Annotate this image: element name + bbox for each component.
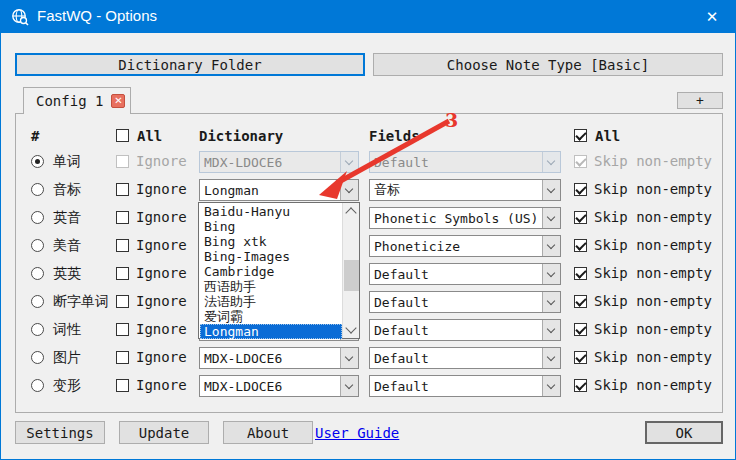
skip-checkbox[interactable] bbox=[574, 183, 587, 196]
chevron-down-icon bbox=[547, 213, 555, 221]
dropdown-item[interactable]: Baidu-Hanyu bbox=[200, 204, 342, 219]
fields-combobox[interactable]: Phoneticize bbox=[369, 235, 561, 257]
add-config-label: + bbox=[696, 93, 704, 108]
skip-label: Skip non-empty bbox=[594, 349, 712, 365]
dropdown-arrow-icon[interactable] bbox=[542, 376, 560, 396]
row-radio[interactable] bbox=[31, 351, 44, 364]
dictionary-combobox[interactable]: MDX-LDOCE6 bbox=[199, 347, 359, 369]
window-close-button[interactable]: ✕ bbox=[689, 1, 735, 33]
all-skip-checkbox[interactable] bbox=[574, 129, 587, 142]
row-radio[interactable] bbox=[31, 379, 44, 392]
dictionary-combobox-value: MDX-LDOCE6 bbox=[200, 351, 340, 366]
fields-combobox[interactable]: Default bbox=[369, 347, 561, 369]
dropdown-arrow-icon[interactable] bbox=[542, 348, 560, 368]
dropdown-item[interactable]: Longman bbox=[200, 324, 342, 339]
fields-combobox[interactable]: Default bbox=[369, 319, 561, 341]
ignore-checkbox[interactable] bbox=[116, 211, 129, 224]
row-radio[interactable] bbox=[31, 155, 44, 168]
update-button[interactable]: Update bbox=[119, 421, 209, 444]
fields-combobox-value: Default bbox=[370, 267, 542, 282]
about-label: About bbox=[247, 425, 289, 441]
chevron-down-icon bbox=[547, 185, 555, 193]
row-label: 美音 bbox=[53, 237, 81, 255]
dictionary-combobox[interactable]: MDX-LDOCE6 bbox=[199, 375, 359, 397]
ok-button[interactable]: OK bbox=[645, 421, 723, 444]
skip-checkbox[interactable] bbox=[574, 267, 587, 280]
dropdown-item[interactable]: Bing bbox=[200, 219, 342, 234]
add-config-button[interactable]: + bbox=[677, 92, 723, 109]
dropdown-item[interactable]: 法语助手 bbox=[200, 294, 342, 309]
window-title: FastWQ - Options bbox=[37, 7, 157, 24]
dropdown-item[interactable]: Cambridge bbox=[200, 264, 342, 279]
fields-combobox[interactable]: Phonetic Symbols (US) bbox=[369, 207, 561, 229]
about-button[interactable]: About bbox=[223, 421, 313, 444]
skip-checkbox[interactable] bbox=[574, 155, 587, 168]
skip-checkbox[interactable] bbox=[574, 379, 587, 392]
dropdown-arrow-icon[interactable] bbox=[542, 208, 560, 228]
dropdown-arrow-icon[interactable] bbox=[542, 236, 560, 256]
skip-checkbox[interactable] bbox=[574, 211, 587, 224]
row-label: 英英 bbox=[53, 265, 81, 283]
settings-label: Settings bbox=[26, 425, 93, 441]
tab-label: Config 1 bbox=[36, 93, 103, 109]
dropdown-item[interactable]: Bing-Images bbox=[200, 249, 342, 264]
dropdown-scrollbar[interactable] bbox=[342, 203, 359, 338]
choose-note-type-button[interactable]: Choose Note Type [Basic] bbox=[373, 53, 723, 76]
tab-config-1[interactable]: Config 1 ✕ bbox=[23, 87, 131, 114]
row-label: 英音 bbox=[53, 209, 81, 227]
ignore-label: Ignore bbox=[136, 293, 187, 309]
fields-combobox[interactable]: Default bbox=[369, 263, 561, 285]
dictionary-dropdown-list: Baidu-HanyuBingBing xtkBing-ImagesCambri… bbox=[198, 202, 360, 339]
header-hash: # bbox=[31, 128, 39, 144]
skip-checkbox[interactable] bbox=[574, 295, 587, 308]
fields-combobox-value: Default bbox=[370, 351, 542, 366]
user-guide-link[interactable]: User Guide bbox=[315, 425, 399, 441]
skip-checkbox[interactable] bbox=[574, 323, 587, 336]
dropdown-arrow-icon[interactable] bbox=[340, 376, 358, 396]
fastwq-options-dialog: FastWQ - Options ✕ Dictionary Folder Cho… bbox=[0, 0, 736, 460]
dropdown-arrow-icon[interactable] bbox=[542, 320, 560, 340]
skip-label: Skip non-empty bbox=[594, 321, 712, 337]
skip-label: Skip non-empty bbox=[594, 265, 712, 281]
row-radio[interactable] bbox=[31, 295, 44, 308]
dictionary-folder-button[interactable]: Dictionary Folder bbox=[15, 53, 365, 76]
row-label: 断字单词 bbox=[53, 293, 109, 311]
row-radio[interactable] bbox=[31, 323, 44, 336]
ignore-checkbox[interactable] bbox=[116, 351, 129, 364]
fields-combobox[interactable]: Default bbox=[369, 291, 561, 313]
title-bar[interactable]: FastWQ - Options ✕ bbox=[1, 1, 735, 33]
chevron-down-icon bbox=[547, 381, 555, 389]
ignore-checkbox[interactable] bbox=[116, 323, 129, 336]
all-ignore-checkbox[interactable] bbox=[116, 129, 129, 142]
skip-checkbox[interactable] bbox=[574, 351, 587, 364]
ignore-checkbox[interactable] bbox=[116, 239, 129, 252]
fields-combobox[interactable]: Default bbox=[369, 375, 561, 397]
fields-combobox-value: Default bbox=[370, 379, 542, 394]
ignore-checkbox[interactable] bbox=[116, 295, 129, 308]
dropdown-arrow-icon[interactable] bbox=[542, 180, 560, 200]
ignore-checkbox[interactable] bbox=[116, 379, 129, 392]
chevron-down-icon bbox=[547, 325, 555, 333]
skip-label: Skip non-empty bbox=[594, 293, 712, 309]
row-radio[interactable] bbox=[31, 239, 44, 252]
scroll-thumb[interactable] bbox=[344, 260, 359, 291]
settings-button[interactable]: Settings bbox=[15, 421, 105, 444]
row-radio[interactable] bbox=[31, 211, 44, 224]
dropdown-arrow-icon[interactable] bbox=[542, 292, 560, 312]
skip-checkbox[interactable] bbox=[574, 239, 587, 252]
dropdown-arrow-icon[interactable] bbox=[340, 348, 358, 368]
skip-label: Skip non-empty bbox=[594, 377, 712, 393]
scroll-down-icon[interactable] bbox=[345, 322, 356, 333]
dropdown-item[interactable]: 爱词霸 bbox=[200, 309, 342, 324]
scroll-up-icon[interactable] bbox=[345, 207, 356, 218]
dropdown-item[interactable]: 西语助手 bbox=[200, 279, 342, 294]
dropdown-item[interactable]: Bing xtk bbox=[200, 234, 342, 249]
tab-close-icon[interactable]: ✕ bbox=[111, 94, 125, 108]
ignore-checkbox[interactable] bbox=[116, 183, 129, 196]
row-radio[interactable] bbox=[31, 267, 44, 280]
row-radio[interactable] bbox=[31, 183, 44, 196]
ignore-checkbox[interactable] bbox=[116, 267, 129, 280]
dropdown-arrow-icon[interactable] bbox=[542, 264, 560, 284]
ignore-checkbox[interactable] bbox=[116, 155, 129, 168]
dropdown-arrow-icon[interactable] bbox=[542, 152, 560, 172]
